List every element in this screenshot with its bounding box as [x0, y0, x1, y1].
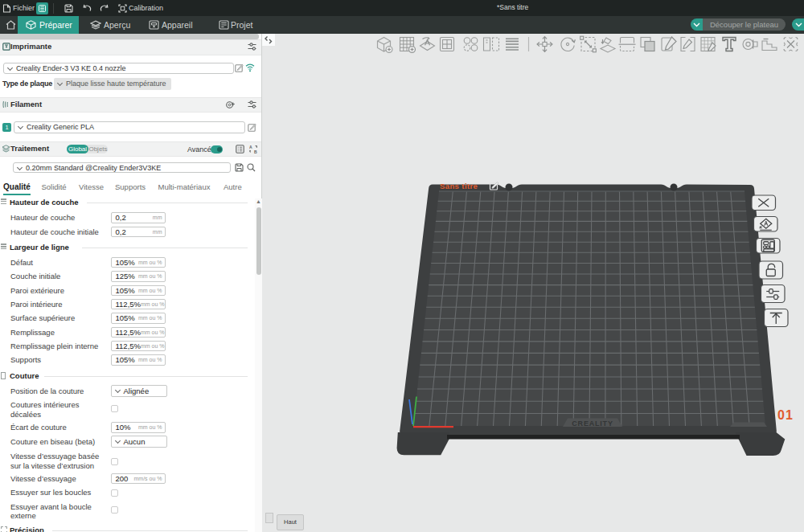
- svg-text:Sans titre: Sans titre: [440, 182, 478, 190]
- svg-text:01: 01: [777, 408, 794, 422]
- svg-text:CREALITY: CREALITY: [572, 419, 613, 428]
